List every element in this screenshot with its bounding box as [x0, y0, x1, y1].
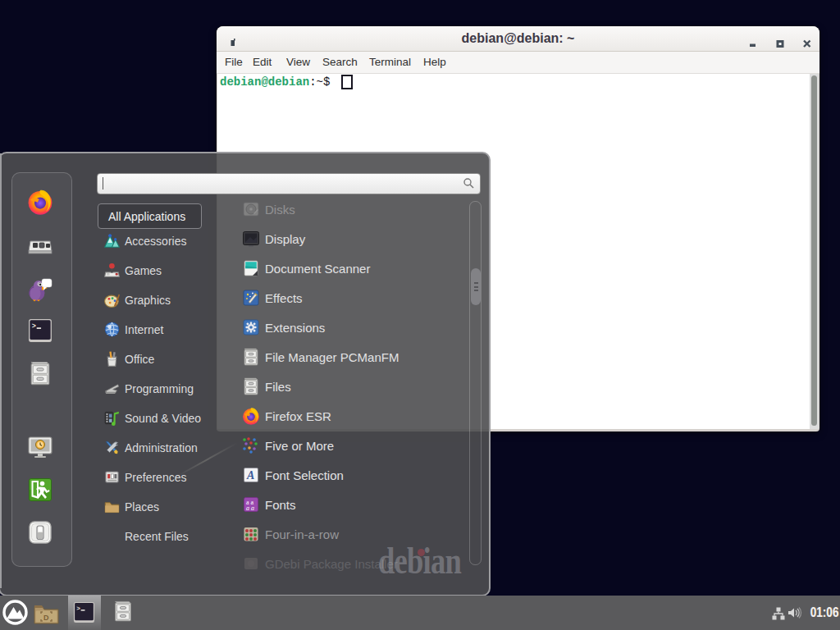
svg-text:a a: a a	[246, 504, 254, 512]
svg-text:>: >	[32, 322, 36, 331]
svg-text:>: >	[76, 605, 80, 612]
svg-text:D: D	[43, 614, 49, 622]
svg-text:A: A	[246, 469, 254, 482]
